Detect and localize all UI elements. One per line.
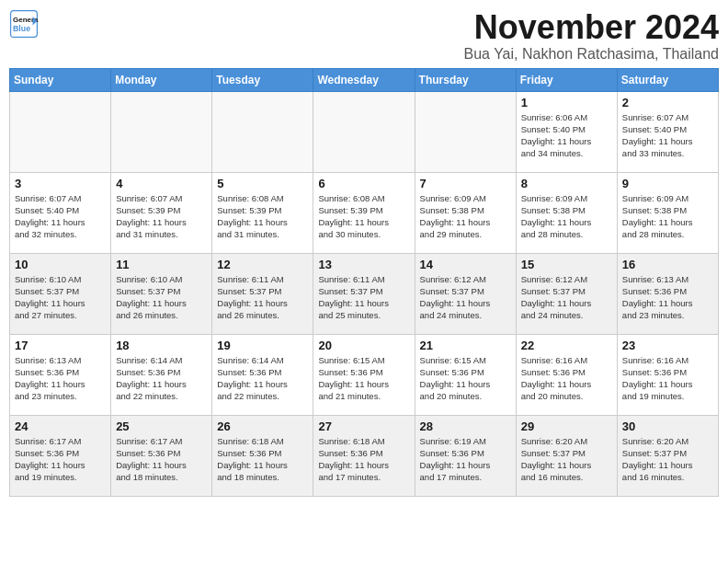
day-number: 23 — [622, 339, 713, 352]
day-info: Sunrise: 6:11 AM Sunset: 5:37 PM Dayligh… — [217, 273, 308, 322]
weekday-header: Monday — [111, 68, 212, 91]
logo: General Blue — [9, 9, 39, 39]
calendar-table: SundayMondayTuesdayWednesdayThursdayFrid… — [9, 68, 719, 497]
day-info: Sunrise: 6:19 AM Sunset: 5:36 PM Dayligh… — [420, 435, 511, 484]
day-number: 14 — [420, 258, 511, 271]
day-number: 22 — [521, 339, 612, 352]
calendar-cell: 16Sunrise: 6:13 AM Sunset: 5:36 PM Dayli… — [617, 253, 718, 334]
weekday-header: Wednesday — [313, 68, 415, 91]
day-number: 25 — [116, 419, 207, 433]
day-info: Sunrise: 6:16 AM Sunset: 5:36 PM Dayligh… — [521, 354, 612, 403]
day-number: 21 — [420, 339, 511, 352]
day-number: 2 — [622, 96, 713, 109]
day-info: Sunrise: 6:08 AM Sunset: 5:39 PM Dayligh… — [318, 192, 409, 241]
day-number: 9 — [622, 177, 713, 190]
calendar-cell: 7Sunrise: 6:09 AM Sunset: 5:38 PM Daylig… — [415, 172, 516, 253]
calendar-cell — [415, 91, 516, 172]
calendar-cell: 3Sunrise: 6:07 AM Sunset: 5:40 PM Daylig… — [10, 172, 111, 253]
day-number: 5 — [217, 177, 308, 190]
weekday-header: Tuesday — [212, 68, 313, 91]
day-number: 15 — [521, 258, 612, 271]
day-info: Sunrise: 6:08 AM Sunset: 5:39 PM Dayligh… — [217, 192, 308, 241]
calendar-cell: 1Sunrise: 6:06 AM Sunset: 5:40 PM Daylig… — [516, 91, 617, 172]
calendar-cell: 22Sunrise: 6:16 AM Sunset: 5:36 PM Dayli… — [516, 334, 617, 415]
day-info: Sunrise: 6:12 AM Sunset: 5:37 PM Dayligh… — [420, 273, 511, 322]
day-number: 10 — [15, 258, 106, 271]
day-info: Sunrise: 6:12 AM Sunset: 5:37 PM Dayligh… — [521, 273, 612, 322]
weekday-header: Saturday — [617, 68, 718, 91]
day-info: Sunrise: 6:20 AM Sunset: 5:37 PM Dayligh… — [521, 435, 612, 484]
weekday-header: Friday — [516, 68, 617, 91]
calendar-cell: 28Sunrise: 6:19 AM Sunset: 5:36 PM Dayli… — [415, 415, 516, 496]
calendar-cell: 30Sunrise: 6:20 AM Sunset: 5:37 PM Dayli… — [617, 415, 718, 496]
calendar-cell — [10, 91, 111, 172]
svg-text:Blue: Blue — [13, 24, 30, 33]
day-number: 30 — [622, 419, 713, 433]
weekday-header: Thursday — [415, 68, 516, 91]
calendar-cell — [212, 91, 313, 172]
day-info: Sunrise: 6:16 AM Sunset: 5:36 PM Dayligh… — [622, 354, 713, 403]
calendar-cell: 6Sunrise: 6:08 AM Sunset: 5:39 PM Daylig… — [313, 172, 415, 253]
day-info: Sunrise: 6:14 AM Sunset: 5:36 PM Dayligh… — [217, 354, 308, 403]
day-info: Sunrise: 6:13 AM Sunset: 5:36 PM Dayligh… — [622, 273, 713, 322]
day-info: Sunrise: 6:07 AM Sunset: 5:40 PM Dayligh… — [622, 111, 713, 160]
day-info: Sunrise: 6:18 AM Sunset: 5:36 PM Dayligh… — [217, 435, 308, 484]
location: Bua Yai, Nakhon Ratchasima, Thailand — [464, 46, 720, 63]
day-number: 27 — [318, 419, 409, 433]
calendar-cell: 29Sunrise: 6:20 AM Sunset: 5:37 PM Dayli… — [516, 415, 617, 496]
day-info: Sunrise: 6:13 AM Sunset: 5:36 PM Dayligh… — [15, 354, 106, 403]
calendar-cell: 23Sunrise: 6:16 AM Sunset: 5:36 PM Dayli… — [617, 334, 718, 415]
day-info: Sunrise: 6:14 AM Sunset: 5:36 PM Dayligh… — [116, 354, 207, 403]
day-info: Sunrise: 6:07 AM Sunset: 5:40 PM Dayligh… — [15, 192, 106, 241]
day-info: Sunrise: 6:06 AM Sunset: 5:40 PM Dayligh… — [521, 111, 612, 160]
calendar-cell — [111, 91, 212, 172]
day-info: Sunrise: 6:17 AM Sunset: 5:36 PM Dayligh… — [15, 435, 106, 484]
day-info: Sunrise: 6:17 AM Sunset: 5:36 PM Dayligh… — [116, 435, 207, 484]
day-info: Sunrise: 6:10 AM Sunset: 5:37 PM Dayligh… — [15, 273, 106, 322]
day-info: Sunrise: 6:09 AM Sunset: 5:38 PM Dayligh… — [521, 192, 612, 241]
day-number: 11 — [116, 258, 207, 271]
month-title: November 2024 — [464, 9, 720, 46]
day-number: 7 — [420, 177, 511, 190]
day-number: 12 — [217, 258, 308, 271]
day-number: 20 — [318, 339, 409, 352]
day-number: 6 — [318, 177, 409, 190]
calendar-cell: 12Sunrise: 6:11 AM Sunset: 5:37 PM Dayli… — [212, 253, 313, 334]
day-info: Sunrise: 6:15 AM Sunset: 5:36 PM Dayligh… — [318, 354, 409, 403]
calendar-cell: 13Sunrise: 6:11 AM Sunset: 5:37 PM Dayli… — [313, 253, 415, 334]
day-number: 1 — [521, 96, 612, 109]
day-number: 8 — [521, 177, 612, 190]
day-info: Sunrise: 6:09 AM Sunset: 5:38 PM Dayligh… — [622, 192, 713, 241]
calendar-cell: 4Sunrise: 6:07 AM Sunset: 5:39 PM Daylig… — [111, 172, 212, 253]
title-block: November 2024 Bua Yai, Nakhon Ratchasima… — [464, 9, 720, 63]
calendar-cell: 5Sunrise: 6:08 AM Sunset: 5:39 PM Daylig… — [212, 172, 313, 253]
calendar-cell: 26Sunrise: 6:18 AM Sunset: 5:36 PM Dayli… — [212, 415, 313, 496]
day-number: 13 — [318, 258, 409, 271]
day-number: 4 — [116, 177, 207, 190]
day-number: 19 — [217, 339, 308, 352]
day-number: 17 — [15, 339, 106, 352]
calendar-cell: 19Sunrise: 6:14 AM Sunset: 5:36 PM Dayli… — [212, 334, 313, 415]
day-number: 3 — [15, 177, 106, 190]
calendar-cell: 27Sunrise: 6:18 AM Sunset: 5:36 PM Dayli… — [313, 415, 415, 496]
calendar-cell — [313, 91, 415, 172]
day-number: 16 — [622, 258, 713, 271]
day-number: 26 — [217, 419, 308, 433]
calendar-cell: 11Sunrise: 6:10 AM Sunset: 5:37 PM Dayli… — [111, 253, 212, 334]
day-number: 18 — [116, 339, 207, 352]
day-info: Sunrise: 6:10 AM Sunset: 5:37 PM Dayligh… — [116, 273, 207, 322]
calendar-cell: 9Sunrise: 6:09 AM Sunset: 5:38 PM Daylig… — [617, 172, 718, 253]
calendar-cell: 2Sunrise: 6:07 AM Sunset: 5:40 PM Daylig… — [617, 91, 718, 172]
calendar-cell: 15Sunrise: 6:12 AM Sunset: 5:37 PM Dayli… — [516, 253, 617, 334]
calendar-cell: 18Sunrise: 6:14 AM Sunset: 5:36 PM Dayli… — [111, 334, 212, 415]
day-info: Sunrise: 6:15 AM Sunset: 5:36 PM Dayligh… — [420, 354, 511, 403]
day-info: Sunrise: 6:20 AM Sunset: 5:37 PM Dayligh… — [622, 435, 713, 484]
calendar-cell: 21Sunrise: 6:15 AM Sunset: 5:36 PM Dayli… — [415, 334, 516, 415]
day-number: 24 — [15, 419, 106, 433]
calendar-cell: 14Sunrise: 6:12 AM Sunset: 5:37 PM Dayli… — [415, 253, 516, 334]
day-info: Sunrise: 6:18 AM Sunset: 5:36 PM Dayligh… — [318, 435, 409, 484]
calendar-cell: 10Sunrise: 6:10 AM Sunset: 5:37 PM Dayli… — [10, 253, 111, 334]
day-number: 28 — [420, 419, 511, 433]
day-number: 29 — [521, 419, 612, 433]
day-info: Sunrise: 6:09 AM Sunset: 5:38 PM Dayligh… — [420, 192, 511, 241]
